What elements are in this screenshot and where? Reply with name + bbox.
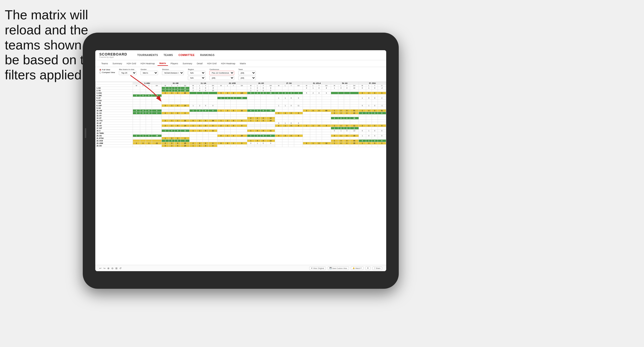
matrix-cell[interactable] bbox=[255, 145, 261, 147]
matrix-cell[interactable] bbox=[303, 120, 310, 122]
matrix-cell[interactable] bbox=[344, 137, 350, 140]
matrix-cell[interactable]: 1 bbox=[359, 112, 366, 114]
matrix-cell[interactable] bbox=[203, 135, 209, 137]
matrix-cell[interactable] bbox=[366, 145, 372, 147]
matrix-cell[interactable] bbox=[275, 99, 282, 102]
matrix-cell[interactable]: 0 bbox=[344, 87, 350, 89]
matrix-cell[interactable] bbox=[197, 135, 203, 137]
matrix-cell[interactable]: 3 bbox=[275, 112, 282, 114]
matrix-cell[interactable] bbox=[190, 137, 197, 140]
matrix-cell[interactable] bbox=[310, 112, 316, 114]
matrix-cell[interactable] bbox=[303, 145, 310, 147]
matrix-cell[interactable] bbox=[331, 120, 338, 122]
matrix-cell[interactable] bbox=[133, 107, 140, 109]
matrix-cell[interactable]: 0 bbox=[359, 87, 366, 89]
matrix-cell[interactable] bbox=[316, 94, 322, 97]
matrix-cell[interactable] bbox=[169, 94, 175, 97]
matrix-cell[interactable]: 0 bbox=[203, 130, 209, 132]
matrix-cell[interactable] bbox=[282, 99, 288, 102]
matrix-cell[interactable] bbox=[275, 120, 282, 122]
matrix-cell[interactable] bbox=[169, 114, 175, 117]
matrix-cell[interactable] bbox=[146, 92, 152, 94]
matrix-cell[interactable] bbox=[140, 104, 146, 107]
matrix-cell[interactable] bbox=[203, 114, 209, 117]
matrix-cell[interactable]: 2 bbox=[247, 117, 255, 120]
matrix-cell[interactable]: 2 bbox=[162, 142, 169, 145]
matrix-cell[interactable] bbox=[316, 114, 322, 117]
matrix-cell[interactable] bbox=[331, 104, 338, 107]
matrix-cell[interactable]: 10 bbox=[322, 142, 331, 145]
matrix-cell[interactable] bbox=[372, 117, 378, 120]
matrix-cell[interactable]: 1 bbox=[162, 89, 169, 92]
matrix-cell[interactable]: 0 bbox=[372, 87, 378, 89]
matrix-cell[interactable] bbox=[282, 137, 288, 140]
matrix-cell[interactable] bbox=[133, 132, 140, 135]
matrix-cell[interactable]: 1 bbox=[247, 135, 255, 137]
matrix-cell[interactable] bbox=[140, 87, 146, 89]
matrix-cell[interactable] bbox=[322, 137, 331, 140]
matrix-cell[interactable]: 0 bbox=[209, 145, 217, 147]
matrix-cell[interactable]: 0 bbox=[140, 109, 146, 112]
matrix-cell[interactable] bbox=[230, 145, 236, 147]
subnav-h2h-grid2[interactable]: H2H Grid bbox=[205, 62, 219, 66]
matrix-cell[interactable]: 0 bbox=[378, 135, 386, 137]
matrix-cell[interactable]: 0 bbox=[260, 92, 266, 94]
matrix-cell[interactable]: 0 bbox=[331, 112, 338, 114]
matrix-cell[interactable]: 2 bbox=[169, 89, 175, 92]
matrix-cell[interactable] bbox=[331, 145, 338, 147]
matrix-cell[interactable]: 0 bbox=[359, 92, 366, 94]
matrix-cell[interactable]: 0 bbox=[372, 142, 378, 145]
matrix-cell[interactable]: 0 bbox=[217, 142, 225, 145]
matrix-cell[interactable]: 0 bbox=[288, 135, 294, 137]
matrix-cell[interactable] bbox=[322, 145, 331, 147]
matrix-cell[interactable] bbox=[236, 122, 247, 125]
matrix-cell[interactable] bbox=[366, 120, 372, 122]
matrix-cell[interactable] bbox=[175, 107, 181, 109]
matrix-cell[interactable] bbox=[225, 94, 231, 97]
matrix-cell[interactable] bbox=[288, 142, 294, 145]
matrix-cell[interactable] bbox=[133, 127, 140, 130]
matrix-cell[interactable] bbox=[359, 122, 366, 125]
matrix-cell[interactable] bbox=[288, 109, 294, 112]
matrix-cell[interactable] bbox=[303, 132, 310, 135]
matrix-cell[interactable]: 0 bbox=[162, 145, 169, 147]
matrix-cell[interactable] bbox=[236, 114, 247, 117]
matrix-cell[interactable]: 1 bbox=[169, 125, 175, 127]
matrix-cell[interactable] bbox=[133, 122, 140, 125]
matrix-cell[interactable]: 0 bbox=[140, 112, 146, 114]
matrix-cell[interactable] bbox=[378, 117, 386, 120]
matrix-cell[interactable] bbox=[378, 94, 386, 97]
matrix-cell[interactable] bbox=[225, 104, 231, 107]
matrix-cell[interactable] bbox=[316, 122, 322, 125]
matrix-cell[interactable]: 1 bbox=[247, 120, 255, 122]
matrix-cell[interactable] bbox=[169, 102, 175, 104]
matrix-cell[interactable] bbox=[378, 102, 386, 104]
matrix-cell[interactable] bbox=[181, 94, 189, 97]
matrix-cell[interactable] bbox=[247, 112, 255, 114]
matrix-cell[interactable]: 5 bbox=[133, 109, 140, 112]
matrix-cell[interactable] bbox=[331, 122, 338, 125]
matrix-cell[interactable] bbox=[197, 127, 203, 130]
matrix-cell[interactable]: 0 bbox=[303, 87, 310, 89]
matrix-cell[interactable]: 0 bbox=[322, 92, 331, 94]
matrix-cell[interactable] bbox=[303, 99, 310, 102]
matrix-cell[interactable]: 1 bbox=[247, 89, 255, 92]
matrix-cell[interactable] bbox=[344, 97, 350, 99]
matrix-cell[interactable]: 1 bbox=[217, 109, 225, 112]
matrix-cell[interactable]: 1 bbox=[331, 125, 338, 127]
matrix-cell[interactable]: 0 bbox=[175, 145, 181, 147]
matrix-cell[interactable] bbox=[146, 130, 152, 132]
matrix-cell[interactable]: 1 bbox=[282, 122, 288, 125]
matrix-cell[interactable] bbox=[255, 97, 261, 99]
matrix-cell[interactable]: 2 bbox=[331, 117, 338, 120]
matrix-cell[interactable] bbox=[378, 132, 386, 135]
matrix-cell[interactable] bbox=[236, 117, 247, 120]
matrix-cell[interactable]: 0 bbox=[175, 125, 181, 127]
matrix-cell[interactable] bbox=[316, 140, 322, 142]
matrix-cell[interactable] bbox=[344, 94, 350, 97]
matrix-cell[interactable] bbox=[359, 102, 366, 104]
matrix-cell[interactable] bbox=[133, 140, 140, 142]
matrix-cell[interactable]: 1 bbox=[197, 130, 203, 132]
matrix-cell[interactable] bbox=[310, 104, 316, 107]
matrix-cell[interactable] bbox=[197, 94, 203, 97]
